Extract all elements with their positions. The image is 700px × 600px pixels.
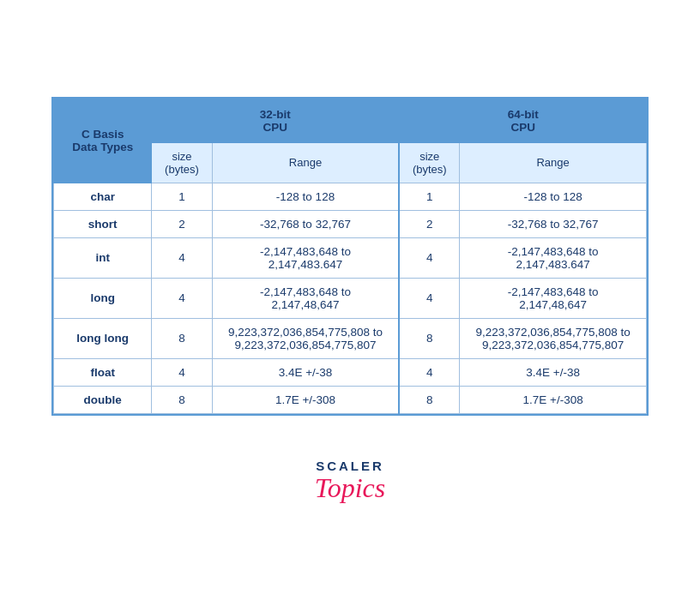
logo-area: SCALER Topics <box>315 459 385 503</box>
size32-cell: 4 <box>152 358 212 386</box>
range32-cell: 1.7E +/-308 <box>212 386 399 413</box>
range64-cell: -32,768 to 32,767 <box>460 210 647 237</box>
main-header-row: C Basis Data Types 32-bit CPU 64-bit CPU <box>54 99 647 142</box>
range64-cell: 3.4E +/-38 <box>460 358 647 386</box>
table-row: long long89,223,372,036,854,775,808 to 9… <box>54 318 647 358</box>
range64-cell: -2,147,483,648 to 2,147,48,647 <box>460 278 647 318</box>
table-container: C Basis Data Types 32-bit CPU 64-bit CPU… <box>51 97 649 416</box>
type-header: C Basis Data Types <box>54 99 152 183</box>
range64-cell: 1.7E +/-308 <box>460 386 647 413</box>
size32-cell: 4 <box>152 278 212 318</box>
table-row: short2-32,768 to 32,7672-32,768 to 32,76… <box>54 210 647 237</box>
size32-cell: 8 <box>152 386 212 413</box>
range32-cell: 9,223,372,036,854,775,808 to 9,223,372,0… <box>212 318 399 358</box>
range32-cell: -128 to 128 <box>212 183 399 210</box>
table-row: float43.4E +/-3843.4E +/-38 <box>54 358 647 386</box>
logo-scaler-text: SCALER <box>316 459 384 473</box>
table-row: int4-2,147,483,648 to 2,147,483.6474-2,1… <box>54 237 647 278</box>
range-64-header: Range <box>460 142 647 183</box>
size-bytes-64-header: size(bytes) <box>399 142 459 183</box>
size64-cell: 4 <box>399 358 459 386</box>
size32-cell: 1 <box>152 183 212 210</box>
range-32-header: Range <box>212 142 399 183</box>
type-cell: float <box>54 358 152 386</box>
type-cell: long long <box>54 318 152 358</box>
type-cell: double <box>54 386 152 413</box>
range32-cell: -2,147,483,648 to 2,147,483.647 <box>212 237 399 278</box>
size-bytes-32-header: size(bytes) <box>152 142 212 183</box>
cpu32-header: 32-bit CPU <box>152 99 400 142</box>
type-cell: short <box>54 210 152 237</box>
table-body: char1-128 to 1281-128 to 128short2-32,76… <box>54 183 647 413</box>
size64-cell: 1 <box>399 183 459 210</box>
logo-topics-text: Topics <box>315 473 385 503</box>
size32-cell: 8 <box>152 318 212 358</box>
table-row: char1-128 to 1281-128 to 128 <box>54 183 647 210</box>
size64-cell: 4 <box>399 278 459 318</box>
range32-cell: -2,147,483,648 to 2,147,48,647 <box>212 278 399 318</box>
size32-cell: 4 <box>152 237 212 278</box>
data-types-table: C Basis Data Types 32-bit CPU 64-bit CPU… <box>53 99 647 414</box>
type-cell: long <box>54 278 152 318</box>
range64-cell: 9,223,372,036,854,775,808 to 9,223,372,0… <box>460 318 647 358</box>
type-cell: int <box>54 237 152 278</box>
size32-cell: 2 <box>152 210 212 237</box>
table-row: long4-2,147,483,648 to 2,147,48,6474-2,1… <box>54 278 647 318</box>
type-cell: char <box>54 183 152 210</box>
size64-cell: 4 <box>399 237 459 278</box>
range64-cell: -128 to 128 <box>460 183 647 210</box>
size64-cell: 8 <box>399 318 459 358</box>
range32-cell: -32,768 to 32,767 <box>212 210 399 237</box>
page-wrapper: C Basis Data Types 32-bit CPU 64-bit CPU… <box>0 63 700 537</box>
table-row: double81.7E +/-30881.7E +/-308 <box>54 386 647 413</box>
size64-cell: 8 <box>399 386 459 413</box>
cpu64-header: 64-bit CPU <box>399 99 646 142</box>
size64-cell: 2 <box>399 210 459 237</box>
range64-cell: -2,147,483,648 to 2,147,483.647 <box>460 237 647 278</box>
range32-cell: 3.4E +/-38 <box>212 358 399 386</box>
